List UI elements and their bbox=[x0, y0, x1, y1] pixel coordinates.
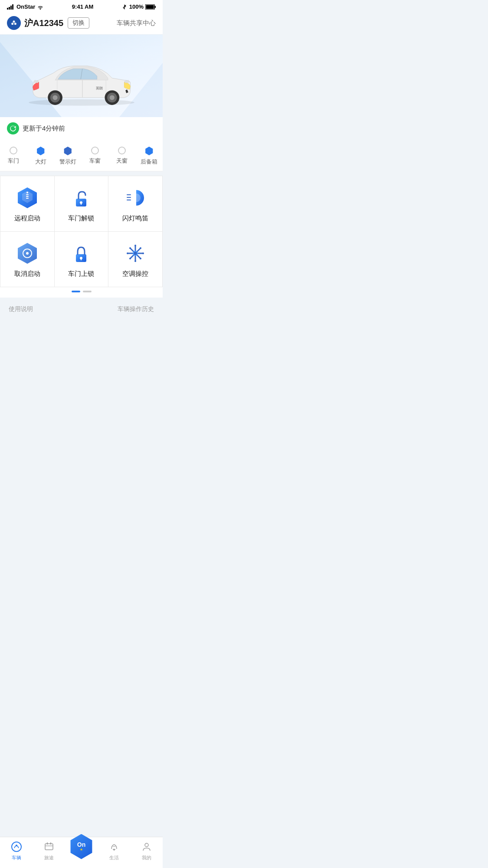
headlight-label: 大灯 bbox=[35, 158, 46, 166]
cancel-start-svg bbox=[16, 242, 39, 265]
ac-control-label: 空调操控 bbox=[122, 270, 148, 278]
share-center-link[interactable]: 车辆共享中心 bbox=[117, 19, 156, 27]
svg-rect-39 bbox=[81, 258, 82, 260]
svg-rect-32 bbox=[127, 197, 131, 198]
door-indicator-dot bbox=[10, 147, 17, 154]
svg-point-48 bbox=[129, 247, 131, 249]
history-link[interactable]: 车辆操作历史 bbox=[118, 305, 154, 313]
control-grid: 远程启动 车门解锁 bbox=[0, 176, 163, 287]
svg-point-51 bbox=[129, 258, 131, 259]
svg-rect-30 bbox=[81, 203, 82, 205]
svg-rect-3 bbox=[12, 4, 13, 10]
svg-point-36 bbox=[26, 252, 29, 255]
flash-horn-button[interactable]: 闪灯鸣笛 bbox=[108, 176, 163, 232]
svg-point-50 bbox=[140, 247, 141, 249]
battery-icon bbox=[145, 4, 156, 10]
door-unlock-label: 车门解锁 bbox=[68, 214, 94, 223]
cancel-start-icon bbox=[16, 242, 39, 265]
headlight-indicator-dot bbox=[36, 147, 45, 155]
status-time: 9:41 AM bbox=[72, 3, 93, 10]
status-indicators: 车门 大灯 警示灯 车窗 天窗 后备箱 bbox=[0, 140, 163, 171]
svg-rect-6 bbox=[146, 5, 154, 9]
svg-point-17 bbox=[52, 95, 57, 100]
door-unlock-svg bbox=[70, 187, 92, 209]
battery-label: 100% bbox=[129, 3, 144, 10]
cancel-start-label: 取消启动 bbox=[14, 270, 40, 278]
car-image: 英朗 bbox=[0, 43, 163, 113]
hazard-label: 警示灯 bbox=[59, 158, 76, 166]
svg-point-45 bbox=[134, 260, 136, 262]
flash-horn-label: 闪灯鸣笛 bbox=[122, 214, 148, 223]
remote-start-button[interactable]: 远程启动 bbox=[0, 176, 55, 232]
svg-rect-5 bbox=[155, 6, 156, 8]
header: 沪A12345 切换 车辆共享中心 bbox=[0, 12, 163, 35]
indicator-sunroof[interactable]: 天窗 bbox=[108, 147, 136, 166]
footer-links: 使用说明 车辆操作历史 bbox=[0, 298, 163, 320]
flash-horn-svg bbox=[124, 187, 147, 209]
svg-rect-31 bbox=[127, 194, 131, 195]
indicator-trunk[interactable]: 后备箱 bbox=[136, 147, 163, 166]
status-left: OnStar bbox=[7, 3, 44, 10]
signal-icon bbox=[7, 4, 15, 10]
door-unlock-icon bbox=[70, 187, 92, 209]
svg-point-47 bbox=[142, 252, 144, 254]
sunroof-label: 天窗 bbox=[116, 157, 128, 165]
status-right: 100% bbox=[121, 3, 156, 10]
car-hero: 英朗 bbox=[0, 35, 163, 117]
svg-rect-24 bbox=[26, 194, 29, 195]
logo-icon bbox=[10, 19, 18, 27]
remote-start-icon bbox=[16, 187, 39, 209]
trunk-indicator-dot bbox=[145, 147, 154, 155]
sunroof-indicator-dot bbox=[118, 147, 126, 154]
svg-text:英朗: 英朗 bbox=[95, 86, 102, 90]
svg-point-27 bbox=[26, 192, 28, 193]
door-lock-svg bbox=[70, 242, 92, 265]
car-svg: 英朗 bbox=[16, 43, 147, 113]
svg-rect-0 bbox=[7, 8, 8, 10]
update-text: 更新于4分钟前 bbox=[23, 124, 65, 133]
refresh-icon bbox=[7, 122, 19, 134]
pagination bbox=[0, 287, 163, 298]
update-status[interactable]: 更新于4分钟前 bbox=[0, 117, 163, 140]
svg-point-8 bbox=[11, 23, 13, 25]
svg-point-44 bbox=[134, 245, 136, 246]
indicator-window[interactable]: 车窗 bbox=[82, 147, 109, 166]
bluetooth-icon bbox=[121, 4, 128, 10]
instructions-link[interactable]: 使用说明 bbox=[9, 305, 33, 313]
door-lock-label: 车门上锁 bbox=[68, 270, 94, 278]
svg-rect-25 bbox=[26, 196, 29, 197]
svg-rect-2 bbox=[10, 6, 12, 10]
svg-rect-26 bbox=[26, 198, 29, 199]
door-lock-button[interactable]: 车门上锁 bbox=[55, 232, 109, 287]
door-unlock-button[interactable]: 车门解锁 bbox=[55, 176, 109, 232]
carrier-label: OnStar bbox=[16, 3, 35, 10]
svg-point-7 bbox=[13, 20, 15, 23]
plate-number: 沪A12345 bbox=[24, 17, 63, 29]
page-dot-1 bbox=[72, 291, 80, 292]
indicator-hazard[interactable]: 警示灯 bbox=[54, 147, 82, 166]
svg-point-20 bbox=[109, 95, 114, 100]
switch-button[interactable]: 切换 bbox=[68, 17, 89, 29]
flash-horn-icon bbox=[124, 187, 147, 209]
svg-point-46 bbox=[127, 252, 128, 254]
buick-logo bbox=[7, 16, 21, 30]
svg-rect-33 bbox=[127, 200, 131, 200]
ac-control-icon bbox=[124, 242, 147, 265]
status-bar: OnStar 9:41 AM 100% bbox=[0, 0, 163, 12]
door-label: 车门 bbox=[8, 157, 19, 165]
page-dot-2 bbox=[83, 291, 92, 292]
indicator-headlight[interactable]: 大灯 bbox=[27, 147, 55, 166]
ac-svg bbox=[124, 242, 147, 265]
ac-control-button[interactable]: 空调操控 bbox=[108, 232, 163, 287]
refresh-arrow-icon bbox=[10, 125, 16, 132]
svg-point-9 bbox=[14, 23, 16, 25]
hazard-indicator-dot bbox=[63, 147, 72, 155]
trunk-label: 后备箱 bbox=[141, 158, 157, 166]
svg-rect-1 bbox=[9, 7, 10, 10]
indicator-car-door[interactable]: 车门 bbox=[0, 147, 27, 166]
door-lock-icon bbox=[70, 242, 92, 265]
window-indicator-dot bbox=[91, 147, 99, 154]
remote-start-label: 远程启动 bbox=[14, 214, 40, 223]
cancel-start-button[interactable]: 取消启动 bbox=[0, 232, 55, 287]
window-label: 车窗 bbox=[89, 157, 101, 165]
